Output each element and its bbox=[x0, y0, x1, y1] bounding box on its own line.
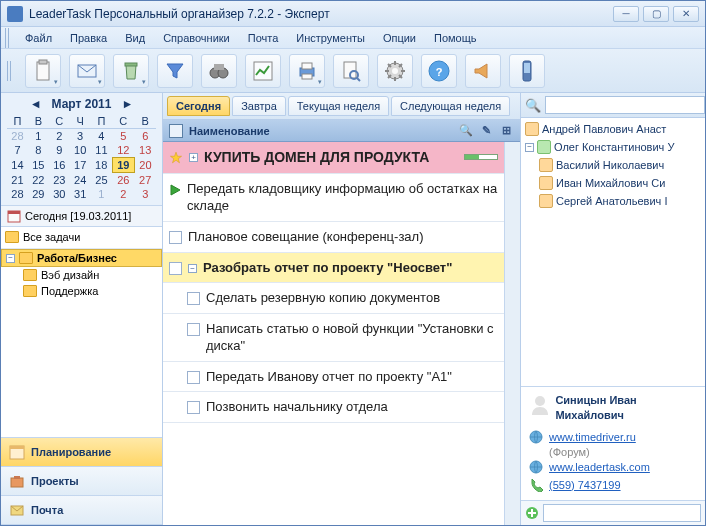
filter-button[interactable] bbox=[157, 54, 193, 88]
toolbar: ? bbox=[1, 49, 705, 93]
task-checkbox[interactable] bbox=[187, 323, 200, 336]
tab-today[interactable]: Сегодня bbox=[167, 96, 230, 116]
svg-rect-0 bbox=[37, 62, 49, 80]
clipboard-button[interactable] bbox=[25, 54, 61, 88]
contact-item[interactable]: Сергей Анатольевич I bbox=[521, 192, 705, 210]
menu-edit[interactable]: Правка bbox=[62, 30, 115, 46]
chart-button[interactable] bbox=[245, 54, 281, 88]
svg-point-15 bbox=[392, 68, 398, 74]
expand-icon[interactable]: + bbox=[189, 153, 198, 162]
play-icon bbox=[169, 184, 181, 196]
menu-tools[interactable]: Инструменты bbox=[288, 30, 373, 46]
checkbox-all[interactable] bbox=[169, 124, 183, 138]
task-checkbox[interactable] bbox=[169, 262, 182, 275]
announce-button[interactable] bbox=[465, 54, 501, 88]
tree-all-tasks[interactable]: Все задачи bbox=[1, 229, 162, 245]
maximize-button[interactable]: ▢ bbox=[643, 6, 669, 22]
collapse-icon[interactable]: − bbox=[6, 254, 15, 263]
menu-ref[interactable]: Справочники bbox=[155, 30, 238, 46]
avatar-icon bbox=[529, 393, 549, 415]
phone-button[interactable] bbox=[509, 54, 545, 88]
collapse-icon[interactable]: − bbox=[188, 264, 197, 273]
print-button[interactable] bbox=[289, 54, 325, 88]
tree-web[interactable]: Вэб дизайн bbox=[1, 267, 162, 283]
svg-rect-23 bbox=[10, 446, 24, 449]
collapse-icon[interactable]: − bbox=[525, 143, 534, 152]
task-checkbox[interactable] bbox=[187, 371, 200, 384]
task-row[interactable]: Сделать резервную копию документов bbox=[163, 283, 504, 314]
task-row[interactable]: + КУПИТЬ ДОМЕН ДЛЯ ПРОДУКТА bbox=[163, 142, 504, 174]
contact-item[interactable]: −Олег Константинович У bbox=[521, 138, 705, 156]
window-title: LeaderTask Персональный органайзер 7.2.2… bbox=[29, 7, 613, 21]
preview-button[interactable] bbox=[333, 54, 369, 88]
menu-opt[interactable]: Опции bbox=[375, 30, 424, 46]
globe-icon bbox=[529, 430, 543, 444]
task-row[interactable]: Передать кладовщику информацию об остатк… bbox=[163, 174, 504, 222]
svg-rect-9 bbox=[302, 63, 312, 69]
contact-detail: Синицын Иван Михайлович www.timedriver.r… bbox=[521, 386, 705, 500]
svg-line-13 bbox=[357, 78, 360, 81]
task-row[interactable]: Плановое совещание (конференц-зал) bbox=[163, 222, 504, 253]
menu-view[interactable]: Вид bbox=[117, 30, 153, 46]
avatar-icon bbox=[539, 158, 553, 172]
svg-rect-3 bbox=[125, 63, 137, 66]
contact-item[interactable]: Иван Михайлович Си bbox=[521, 174, 705, 192]
contact-link[interactable]: www.timedriver.ru bbox=[529, 428, 697, 446]
task-checkbox[interactable] bbox=[187, 292, 200, 305]
menu-file[interactable]: Файл bbox=[17, 30, 60, 46]
edit-icon[interactable]: ✎ bbox=[478, 123, 494, 139]
search-input[interactable] bbox=[545, 96, 705, 114]
scrollbar[interactable] bbox=[504, 142, 520, 525]
today-link[interactable]: Сегодня [19.03.2011] bbox=[1, 205, 162, 226]
tree-work[interactable]: −Работа/Бизнес bbox=[1, 249, 162, 267]
cal-title[interactable]: Март 2011 bbox=[52, 97, 112, 111]
close-button[interactable]: ✕ bbox=[673, 6, 699, 22]
menu-help[interactable]: Помощь bbox=[426, 30, 485, 46]
binoculars-button[interactable] bbox=[201, 54, 237, 88]
task-row[interactable]: Написать статью о новой функции "Установ… bbox=[163, 314, 504, 362]
list-header: Наименование 🔍 ✎ ⊞ bbox=[163, 120, 520, 142]
contact-item[interactable]: Василий Николаевич bbox=[521, 156, 705, 174]
svg-rect-10 bbox=[302, 74, 312, 79]
minimize-button[interactable]: ─ bbox=[613, 6, 639, 22]
add-contact-input[interactable] bbox=[543, 504, 701, 522]
avatar-icon bbox=[539, 176, 553, 190]
expand-icon[interactable]: ⊞ bbox=[498, 123, 514, 139]
tab-tomorrow[interactable]: Завтра bbox=[232, 96, 286, 116]
contact-name: Синицын Иван Михайлович bbox=[555, 393, 697, 422]
task-row[interactable]: − Разобрать отчет по проекту "Неосвет" bbox=[163, 253, 504, 284]
task-checkbox[interactable] bbox=[169, 231, 182, 244]
cal-prev[interactable]: ◄ bbox=[30, 97, 42, 111]
task-checkbox[interactable] bbox=[187, 401, 200, 414]
mail-button[interactable] bbox=[69, 54, 105, 88]
tab-week[interactable]: Текущая неделя bbox=[288, 96, 389, 116]
cal-next[interactable]: ► bbox=[121, 97, 133, 111]
search-icon: 🔍 bbox=[525, 98, 541, 113]
calendar-grid[interactable]: ПВСЧПСВ 28123456 78910111213 14151617181… bbox=[7, 114, 156, 201]
contact-link[interactable]: www.leadertask.com bbox=[529, 458, 697, 476]
plus-icon[interactable] bbox=[525, 506, 539, 520]
nav-mail[interactable]: Почта bbox=[1, 496, 162, 525]
contact-phone[interactable]: (559) 7437199 bbox=[529, 476, 697, 494]
folder-icon bbox=[23, 285, 37, 297]
task-row[interactable]: Передать Иванову отчет по проекту "А1" bbox=[163, 362, 504, 393]
contact-item[interactable]: Андрей Павлович Анаст bbox=[521, 120, 705, 138]
progress-bar bbox=[464, 154, 498, 160]
calendar-icon bbox=[9, 444, 25, 460]
tree-support[interactable]: Поддержка bbox=[1, 283, 162, 299]
phone-icon bbox=[529, 478, 543, 492]
nav-projects[interactable]: Проекты bbox=[1, 467, 162, 496]
folder-icon bbox=[23, 269, 37, 281]
right-panel: 🔍 Андрей Павлович Анаст −Олег Константин… bbox=[521, 93, 705, 525]
nav-planning[interactable]: Планирование bbox=[1, 438, 162, 467]
svg-rect-25 bbox=[14, 476, 20, 479]
svg-rect-21 bbox=[8, 211, 20, 214]
menu-mail[interactable]: Почта bbox=[240, 30, 287, 46]
trash-button[interactable] bbox=[113, 54, 149, 88]
add-contact-row bbox=[521, 500, 705, 525]
help-button[interactable]: ? bbox=[421, 54, 457, 88]
settings-button[interactable] bbox=[377, 54, 413, 88]
tab-nextweek[interactable]: Следующая неделя bbox=[391, 96, 510, 116]
task-row[interactable]: Позвонить начальнику отдела bbox=[163, 392, 504, 423]
search-icon[interactable]: 🔍 bbox=[458, 123, 474, 139]
